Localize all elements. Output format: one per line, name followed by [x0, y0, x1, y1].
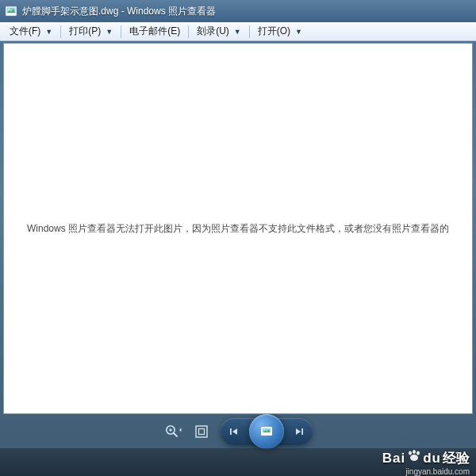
menu-burn[interactable]: 刻录(U)▼: [190, 22, 248, 40]
chevron-down-icon: ▼: [295, 28, 302, 36]
svg-point-12: [263, 428, 265, 430]
menu-bar: 文件(F)▼ 打印(P)▼ 电子邮件(E) 刻录(U)▼ 打开(O)▼: [0, 22, 476, 41]
menu-separator: [188, 25, 189, 38]
watermark-brand-part1: Bai: [382, 451, 405, 466]
watermark-cn: 经验: [443, 449, 470, 467]
chevron-down-icon: ▼: [234, 28, 241, 36]
taskbar: Bai du 经验 jingyan.baidu.com: [0, 448, 476, 476]
next-button[interactable]: [287, 420, 311, 443]
slideshow-icon: [258, 423, 275, 440]
menu-separator: [121, 25, 121, 38]
zoom-button[interactable]: [163, 422, 182, 441]
menu-print-label: 打印(P): [69, 25, 101, 38]
svg-rect-7: [196, 426, 207, 437]
menu-open[interactable]: 打开(O)▼: [251, 22, 309, 40]
menu-open-label: 打开(O): [258, 25, 290, 38]
chevron-down-icon: ▼: [106, 28, 113, 36]
svg-point-2: [8, 9, 10, 10]
svg-line-4: [174, 433, 177, 436]
menu-separator: [60, 25, 61, 38]
menu-file-label: 文件(F): [10, 25, 40, 38]
content-area: Windows 照片查看器无法打开此图片，因为照片查看器不支持此文件格式，或者您…: [3, 43, 473, 414]
actual-size-button[interactable]: [192, 422, 211, 441]
title-bar[interactable]: 炉膛脚手架示意图.dwg - Windows 照片查看器: [0, 0, 476, 22]
bottom-toolbar: [0, 414, 476, 448]
menu-burn-label: 刻录(U): [197, 25, 229, 38]
watermark-brand-part2: du: [423, 451, 441, 466]
window-title: 炉膛脚手架示意图.dwg - Windows 照片查看器: [22, 5, 216, 18]
window-frame: 炉膛脚手架示意图.dwg - Windows 照片查看器 文件(F)▼ 打印(P…: [0, 0, 476, 448]
previous-button[interactable]: [222, 420, 246, 443]
slideshow-button[interactable]: [249, 414, 284, 449]
svg-rect-13: [301, 428, 303, 435]
watermark: Bai du 经验 jingyan.baidu.com: [382, 449, 470, 476]
menu-email-label: 电子邮件(E): [129, 25, 180, 38]
watermark-url: jingyan.baidu.com: [405, 467, 470, 476]
menu-file[interactable]: 文件(F)▼: [3, 22, 59, 40]
svg-point-15: [413, 450, 416, 454]
menu-email[interactable]: 电子邮件(E): [123, 22, 186, 40]
svg-point-16: [416, 451, 420, 455]
svg-rect-9: [230, 428, 232, 435]
app-icon: [5, 5, 17, 17]
magnifier-icon: [164, 424, 182, 440]
svg-rect-8: [199, 428, 205, 434]
menu-separator: [249, 25, 250, 38]
next-icon: [294, 426, 305, 437]
svg-point-17: [410, 455, 418, 461]
svg-point-14: [409, 451, 412, 455]
media-controls: [221, 418, 313, 445]
chevron-down-icon: ▼: [45, 28, 52, 36]
error-message: Windows 照片查看器无法打开此图片，因为照片查看器不支持此文件格式，或者您…: [17, 222, 459, 236]
fit-icon: [194, 424, 209, 439]
menu-print[interactable]: 打印(P)▼: [63, 22, 119, 40]
previous-icon: [228, 426, 240, 437]
paw-icon: [407, 450, 421, 463]
